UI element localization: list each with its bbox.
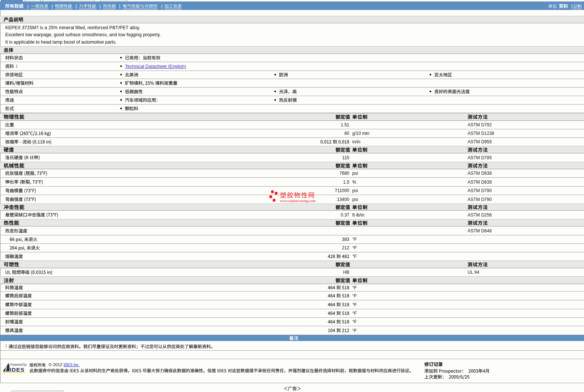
svg-text:Powered by: Powered by <box>10 363 27 367</box>
svg-text:IDES: IDES <box>10 367 25 373</box>
svg-text:i: i <box>5 365 7 372</box>
